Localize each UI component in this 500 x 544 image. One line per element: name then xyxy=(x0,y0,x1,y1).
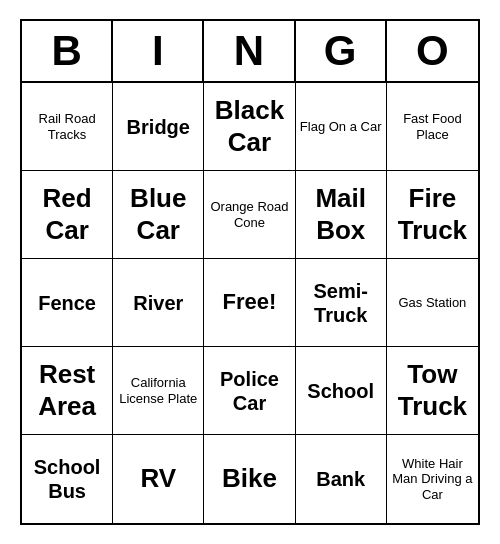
bingo-cell-22: Bike xyxy=(204,435,295,523)
bingo-cell-2: Black Car xyxy=(204,83,295,171)
bingo-cell-19: Tow Truck xyxy=(387,347,478,435)
header-letter-n: N xyxy=(204,21,295,81)
bingo-cell-3: Flag On a Car xyxy=(296,83,387,171)
bingo-cell-13: Semi-Truck xyxy=(296,259,387,347)
bingo-cell-4: Fast Food Place xyxy=(387,83,478,171)
bingo-header: BINGO xyxy=(22,21,478,83)
header-letter-i: I xyxy=(113,21,204,81)
bingo-cell-10: Fence xyxy=(22,259,113,347)
bingo-cell-17: Police Car xyxy=(204,347,295,435)
bingo-cell-12: Free! xyxy=(204,259,295,347)
bingo-card: BINGO Rail Road TracksBridgeBlack CarFla… xyxy=(20,19,480,525)
bingo-cell-16: California License Plate xyxy=(113,347,204,435)
bingo-cell-8: Mail Box xyxy=(296,171,387,259)
header-letter-o: O xyxy=(387,21,478,81)
bingo-cell-5: Red Car xyxy=(22,171,113,259)
bingo-cell-7: Orange Road Cone xyxy=(204,171,295,259)
bingo-cell-6: Blue Car xyxy=(113,171,204,259)
header-letter-g: G xyxy=(296,21,387,81)
bingo-cell-9: Fire Truck xyxy=(387,171,478,259)
bingo-cell-0: Rail Road Tracks xyxy=(22,83,113,171)
bingo-cell-24: White Hair Man Driving a Car xyxy=(387,435,478,523)
bingo-grid: Rail Road TracksBridgeBlack CarFlag On a… xyxy=(22,83,478,523)
bingo-cell-21: RV xyxy=(113,435,204,523)
bingo-cell-11: River xyxy=(113,259,204,347)
bingo-cell-14: Gas Station xyxy=(387,259,478,347)
bingo-cell-15: Rest Area xyxy=(22,347,113,435)
bingo-cell-20: School Bus xyxy=(22,435,113,523)
bingo-cell-23: Bank xyxy=(296,435,387,523)
bingo-cell-18: School xyxy=(296,347,387,435)
bingo-cell-1: Bridge xyxy=(113,83,204,171)
header-letter-b: B xyxy=(22,21,113,81)
